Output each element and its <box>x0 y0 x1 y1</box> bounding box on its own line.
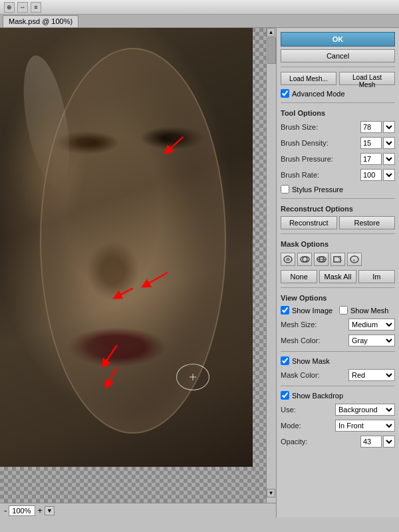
mesh-color-label: Mesh Color: <box>281 336 320 344</box>
zoom-control: - 100% + ▼ <box>4 505 55 516</box>
brush-density-row: Brush Density: ▼ <box>281 137 395 149</box>
divider-2 <box>281 102 395 103</box>
use-select[interactable]: Background <box>335 404 395 416</box>
use-row: Use: Background <box>281 404 395 416</box>
transform-icon[interactable]: ↔ <box>17 2 28 13</box>
scroll-thumb-v[interactable] <box>267 37 276 64</box>
show-mesh-checkbox[interactable] <box>339 306 348 315</box>
brush-rate-select[interactable]: ▼ <box>383 169 395 181</box>
brush-rate-label: Brush Rate: <box>281 171 319 179</box>
face-image <box>0 28 253 467</box>
brush-size-row: Brush Size: ▼ <box>281 121 395 133</box>
divider-4 <box>281 233 395 234</box>
zoom-value[interactable]: 100% <box>9 505 35 516</box>
show-mask-checkbox[interactable] <box>281 356 289 365</box>
show-backdrop-label: Show Backdrop <box>292 392 343 400</box>
brush-pressure-select[interactable]: ▼ <box>383 153 395 165</box>
show-image-checkbox[interactable] <box>281 306 289 315</box>
mask-icon-3[interactable] <box>314 253 329 266</box>
svg-line-14 <box>338 257 342 261</box>
move-tool-icon[interactable]: ⊕ <box>4 2 15 13</box>
doc-tab[interactable]: Mask.psd @ 100%) <box>3 15 78 27</box>
main-layout: ▲ ▼ ◄ ► - 100% + ▼ OK Cancel Loa <box>0 28 399 517</box>
svg-point-7 <box>286 258 290 261</box>
divider-1 <box>281 66 395 67</box>
ok-button[interactable]: OK <box>281 32 395 47</box>
mesh-color-select[interactable]: Gray <box>348 334 395 346</box>
brush-density-select[interactable]: ▼ <box>383 137 395 149</box>
mask-color-select[interactable]: Red <box>348 369 395 381</box>
advanced-mode-label: Advanced Mode <box>292 90 345 98</box>
statusbar: - 100% + ▼ <box>0 503 276 517</box>
restore-button[interactable]: Restore <box>339 216 396 229</box>
opacity-label: Opacity: <box>281 438 307 446</box>
mask-subtract-icon <box>316 255 327 264</box>
brush-rate-input[interactable] <box>360 169 382 181</box>
brush-density-label: Brush Density: <box>281 139 329 147</box>
scroll-up-arrow[interactable]: ▲ <box>267 28 275 37</box>
show-backdrop-checkbox[interactable] <box>281 391 289 400</box>
opacity-select[interactable]: ▼ <box>383 436 395 448</box>
show-backdrop-row: Show Backdrop <box>281 391 395 400</box>
advanced-mode-checkbox[interactable] <box>281 89 289 98</box>
mesh-size-label: Mesh Size: <box>281 321 317 329</box>
show-mask-label: Show Mask <box>292 357 330 365</box>
zoom-plus-btn[interactable]: + <box>37 505 43 515</box>
cursor-crosshair-v <box>193 374 194 380</box>
stylus-pressure-label: Stylus Pressure <box>292 186 343 194</box>
brush-rate-row: Brush Rate: ▼ <box>281 169 395 181</box>
mask-icon-4[interactable] <box>331 253 345 266</box>
mask-icon-5[interactable]: + <box>347 253 362 266</box>
opacity-row: Opacity: ▼ <box>281 436 395 448</box>
scroll-down-arrow[interactable]: ▼ <box>267 489 275 497</box>
invert-button[interactable]: Im <box>358 270 395 283</box>
mask-color-label: Mask Color: <box>281 371 320 379</box>
layers-icon[interactable]: ≡ <box>31 2 41 13</box>
advanced-mode-row: Advanced Mode <box>281 89 395 98</box>
load-mesh-button[interactable]: Load Mesh... <box>281 72 336 85</box>
mask-replace-icon <box>283 255 293 264</box>
stylus-pressure-checkbox[interactable] <box>281 185 289 194</box>
mask-icon-1[interactable] <box>281 253 295 266</box>
cancel-button[interactable]: Cancel <box>281 49 395 63</box>
use-label: Use: <box>281 406 296 414</box>
mask-action-row: None Mask All Im <box>281 270 395 283</box>
mask-options-section: Mask Options <box>281 240 395 248</box>
scrollbar-vertical[interactable]: ▲ ▼ <box>266 28 276 507</box>
load-last-mesh-button[interactable]: Load Last Mesh <box>339 72 395 85</box>
mask-icon-2[interactable] <box>297 253 312 266</box>
brush-pressure-label: Brush Pressure: <box>281 155 333 163</box>
titlebar: ⊕ ↔ ≡ <box>0 0 399 15</box>
mesh-size-select[interactable]: Medium <box>348 319 395 331</box>
view-options-section: View Options <box>281 294 395 302</box>
brush-size-input[interactable] <box>360 121 382 133</box>
brush-pressure-row: Brush Pressure: ▼ <box>281 153 395 165</box>
titlebar-tools: ⊕ ↔ ≡ <box>4 2 41 13</box>
canvas-area[interactable]: ▲ ▼ ◄ ► - 100% + ▼ <box>0 28 276 517</box>
mode-select[interactable]: In Front <box>335 420 395 432</box>
mask-invert-icon: + <box>349 255 360 264</box>
panel: OK Cancel Load Mesh... Load Last Mesh Ad… <box>276 28 399 517</box>
tabbar: Mask.psd @ 100%) <box>0 15 399 28</box>
brush-pressure-input[interactable] <box>360 153 382 165</box>
canvas-cursor <box>176 364 209 390</box>
mode-row: Mode: In Front <box>281 420 395 432</box>
opacity-input[interactable] <box>360 436 382 448</box>
none-button[interactable]: None <box>281 270 317 283</box>
mask-color-row: Mask Color: Red <box>281 369 395 381</box>
zoom-dropdown-btn[interactable]: ▼ <box>45 506 55 515</box>
brush-size-select[interactable]: ▼ <box>383 121 395 133</box>
brush-density-input[interactable] <box>360 137 382 149</box>
mesh-buttons-row: Load Mesh... Load Last Mesh <box>281 72 395 85</box>
reconstruct-options-section: Reconstruct Options <box>281 205 395 213</box>
reconstruct-button[interactable]: Reconstruct <box>281 216 337 229</box>
mask-all-button[interactable]: Mask All <box>319 270 356 283</box>
svg-text:+: + <box>352 257 356 263</box>
show-image-row: Show Image Show Mesh <box>281 306 395 315</box>
reconstruct-buttons-row: Reconstruct Restore <box>281 216 395 229</box>
divider-5 <box>281 287 395 288</box>
zoom-minus-btn[interactable]: - <box>4 505 7 515</box>
divider-7 <box>281 386 395 386</box>
mask-intersect-icon <box>332 255 343 264</box>
show-image-label: Show Image <box>292 307 332 315</box>
